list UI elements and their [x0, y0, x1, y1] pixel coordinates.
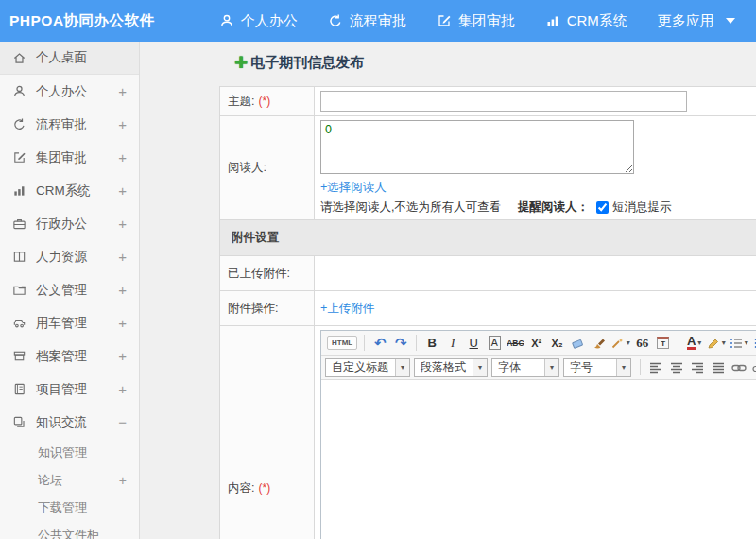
expand-minus[interactable]: − [118, 414, 127, 430]
subject-input[interactable] [320, 91, 687, 112]
nav-label: CRM系统 [567, 12, 627, 30]
subscript-button[interactable]: X₂ [548, 334, 567, 353]
caret-down-icon: ▾ [544, 359, 558, 376]
strikethrough-button[interactable]: ABC [506, 334, 524, 353]
caret-down-icon: ▾ [472, 359, 487, 376]
caret-down-icon [726, 18, 735, 24]
nav-item-crm[interactable]: CRM系统 [545, 12, 627, 30]
font-color-button[interactable]: A▾ [685, 334, 704, 353]
cycle-icon [328, 13, 343, 28]
expand-plus[interactable]: + [118, 381, 127, 397]
font-style-button[interactable]: A [485, 334, 504, 353]
undo-button[interactable]: ↶ [370, 334, 389, 353]
required-mark: (*) [258, 95, 270, 108]
ordered-list-icon[interactable]: ▾ [729, 334, 749, 353]
align-right-icon[interactable] [688, 358, 707, 377]
nav-item-more-apps[interactable]: 更多应用 [658, 12, 735, 30]
underline-button[interactable]: U [464, 334, 483, 353]
expand-plus[interactable]: + [118, 149, 127, 165]
sidebar-subitem-forum[interactable]: 论坛 + [0, 466, 139, 494]
caret-down-icon: ▾ [745, 339, 748, 347]
nav-item-workflow-approval[interactable]: 流程审批 [328, 12, 406, 30]
editor-canvas[interactable] [321, 380, 756, 539]
expand-plus[interactable]: + [118, 348, 127, 364]
notebook-icon [12, 382, 26, 396]
expand-plus[interactable]: + [118, 216, 127, 232]
html-source-button[interactable]: HTML [326, 334, 358, 353]
align-center-icon[interactable] [667, 358, 686, 377]
blockquote-button[interactable]: 66 [633, 334, 652, 353]
bold-button[interactable]: B [422, 334, 441, 353]
expand-plus[interactable]: + [118, 282, 127, 298]
insert-link-icon[interactable] [730, 358, 748, 377]
sidebar-item-admin-office[interactable]: 行政办公 + [0, 207, 139, 240]
sms-remind-checkbox[interactable] [596, 201, 609, 214]
select-readers-link[interactable]: +选择阅读人 [320, 181, 387, 194]
expand-plus[interactable]: + [118, 183, 127, 199]
main-content: ✚ 电子期刊信息发布 主题:(*) 阅读人: 0 +选择阅读人 [141, 42, 756, 539]
highlight-pen-icon[interactable]: ▾ [706, 334, 727, 353]
subject-label-cell: 主题:(*) [220, 87, 315, 116]
upload-attachment-link[interactable]: +上传附件 [320, 302, 374, 315]
sidebar-item-personal-office[interactable]: 个人办公 + [0, 75, 139, 108]
sidebar-subitem-knowledge-mgmt[interactable]: 知识管理 [0, 439, 139, 466]
remove-format-eraser-icon[interactable] [569, 334, 588, 353]
readers-row: 阅读人: 0 +选择阅读人 请选择阅读人,不选为所有人可查看 提醒阅读人： 短消… [220, 116, 756, 220]
folder-icon [12, 283, 26, 297]
editor-toolbar-row1: HTML ↶ ↷ B I U A ABC X² X₂ [321, 331, 756, 356]
readers-textarea[interactable]: 0 [320, 120, 634, 174]
attachment-section-row: 附件设置 [220, 220, 756, 256]
align-justify-icon[interactable] [709, 358, 728, 377]
attachment-section-header: 附件设置 [220, 220, 756, 256]
sidebar-item-desktop[interactable]: 个人桌面 [0, 42, 139, 75]
sidebar-item-vehicle-mgmt[interactable]: 用车管理 + [0, 306, 139, 339]
expand-plus[interactable]: + [118, 116, 127, 132]
sidebar-item-crm[interactable]: CRM系统 + [0, 174, 139, 207]
insert-date-button[interactable]: T [654, 334, 673, 353]
expand-plus[interactable]: + [118, 83, 127, 99]
nav-item-personal-office[interactable]: 个人办公 [219, 12, 298, 30]
chart-icon [545, 13, 560, 28]
sidebar-item-hr[interactable]: 人力资源 + [0, 240, 139, 273]
sidebar-item-group-approval[interactable]: 集团审批 + [0, 141, 139, 174]
sidebar-item-document-mgmt[interactable]: 公文管理 + [0, 273, 139, 306]
font-size-select[interactable]: 字号▾ [563, 358, 631, 377]
expand-plus[interactable]: + [118, 315, 127, 331]
expand-plus[interactable]: + [118, 249, 127, 265]
caret-down-icon: ▾ [722, 339, 726, 347]
expand-plus[interactable]: + [119, 473, 127, 488]
sidebar-subitem-download-mgmt[interactable]: 下载管理 [0, 494, 139, 521]
autotypeset-wand-icon[interactable]: ▾ [610, 334, 631, 353]
header-bar: PHPOA协同办公软件 个人办公 流程审批 集团审批 CRM系统 [0, 0, 756, 42]
align-left-icon[interactable] [646, 358, 665, 377]
page-title: ✚ 电子期刊信息发布 [234, 54, 756, 72]
uploaded-attachments-value [315, 256, 756, 291]
sidebar-item-workflow-approval[interactable]: 流程审批 + [0, 108, 139, 141]
sidebar-subitem-public-cabinet[interactable]: 公共文件柜 [0, 521, 139, 539]
unordered-list-icon[interactable] [751, 334, 756, 353]
sidebar-item-archive-mgmt[interactable]: 档案管理 + [0, 339, 139, 373]
nav-item-group-approval[interactable]: 集团审批 [437, 12, 515, 30]
unlink-icon[interactable] [750, 358, 756, 377]
edit-icon [437, 13, 452, 28]
nav-label: 流程审批 [350, 12, 406, 30]
edit-icon [12, 150, 26, 165]
font-family-select[interactable]: 字体▾ [491, 358, 559, 377]
subject-row: 主题:(*) [220, 87, 756, 116]
chart-icon [12, 183, 26, 198]
sidebar-item-knowledge-exchange[interactable]: 知识交流 − [0, 406, 139, 439]
content-row: 内容:(*) HTML ↶ ↷ B I U A ABC X² [220, 326, 756, 539]
superscript-button[interactable]: X² [527, 334, 546, 353]
readers-hint: 请选择阅读人,不选为所有人可查看 [320, 200, 501, 216]
sidebar: 个人桌面 个人办公 + 流程审批 + 集团审批 + CRM系统 + 行政办公 +… [0, 42, 140, 539]
italic-button[interactable]: I [443, 334, 462, 353]
format-brush-icon[interactable] [590, 334, 609, 353]
cycle-icon [12, 117, 26, 131]
app-logo: PHPOA协同办公软件 [0, 11, 155, 31]
sidebar-item-project-mgmt[interactable]: 项目管理 + [0, 373, 139, 406]
redo-button[interactable]: ↷ [391, 334, 410, 353]
heading-select[interactable]: 自定义标题▾ [325, 358, 410, 377]
paragraph-format-select[interactable]: 段落格式▾ [414, 358, 488, 377]
uploaded-label-cell: 已上传附件: [220, 256, 315, 291]
uploaded-attachments-row: 已上传附件: [220, 256, 756, 291]
